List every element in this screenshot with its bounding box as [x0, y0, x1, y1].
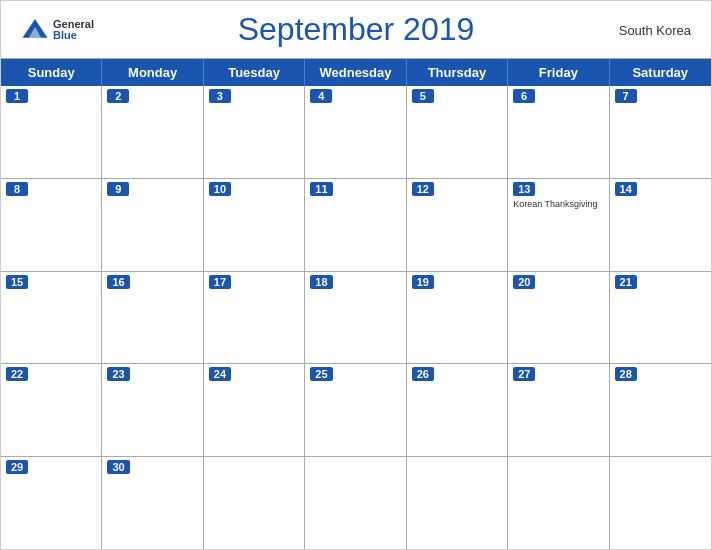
- day-sep-19: 19: [407, 272, 508, 364]
- logo-text: General Blue: [53, 19, 94, 41]
- day-sep-8: 8: [1, 179, 102, 271]
- header-sunday: Sunday: [1, 59, 102, 86]
- day-sep-22: 22: [1, 364, 102, 456]
- day-sep-1: 1: [1, 86, 102, 178]
- header-monday: Monday: [102, 59, 203, 86]
- header-friday: Friday: [508, 59, 609, 86]
- day-sep-17: 17: [204, 272, 305, 364]
- day-sep-24: 24: [204, 364, 305, 456]
- day-sep-7: 7: [610, 86, 711, 178]
- day-sep-15: 15: [1, 272, 102, 364]
- day-sep-4: 4: [305, 86, 406, 178]
- week-row-4: 22 23 24 25 26 27 28: [1, 363, 711, 456]
- week-row-1: 1 2 3 4 5 6 7: [1, 86, 711, 178]
- day-sep-18: 18: [305, 272, 406, 364]
- logo: General Blue: [21, 16, 94, 44]
- day-sep-29: 29: [1, 457, 102, 549]
- week-row-2: 8 9 10 11 12 13 Korean Thanksgiving 14: [1, 178, 711, 271]
- day-sep-20: 20: [508, 272, 609, 364]
- day-sep-13: 13 Korean Thanksgiving: [508, 179, 609, 271]
- weeks-container: 1 2 3 4 5 6 7 8 9 10 11 12 13 Korean Tha…: [1, 86, 711, 549]
- day-empty-1: [204, 457, 305, 549]
- day-empty-4: [508, 457, 609, 549]
- header-wednesday: Wednesday: [305, 59, 406, 86]
- week-row-5: 29 30: [1, 456, 711, 549]
- calendar-grid: Sunday Monday Tuesday Wednesday Thursday…: [1, 58, 711, 549]
- day-sep-28: 28: [610, 364, 711, 456]
- day-sep-6: 6: [508, 86, 609, 178]
- day-sep-9: 9: [102, 179, 203, 271]
- day-sep-21: 21: [610, 272, 711, 364]
- day-empty-2: [305, 457, 406, 549]
- day-sep-5: 5: [407, 86, 508, 178]
- month-title: September 2019: [238, 11, 475, 48]
- day-empty-5: [610, 457, 711, 549]
- day-sep-12: 12: [407, 179, 508, 271]
- day-sep-25: 25: [305, 364, 406, 456]
- day-sep-14: 14: [610, 179, 711, 271]
- day-empty-3: [407, 457, 508, 549]
- day-headers-row: Sunday Monday Tuesday Wednesday Thursday…: [1, 59, 711, 86]
- day-sep-2: 2: [102, 86, 203, 178]
- day-sep-3: 3: [204, 86, 305, 178]
- calendar-container: General Blue September 2019 South Korea …: [0, 0, 712, 550]
- week-row-3: 15 16 17 18 19 20 21: [1, 271, 711, 364]
- day-sep-27: 27: [508, 364, 609, 456]
- logo-icon: [21, 16, 49, 44]
- logo-blue-text: Blue: [53, 30, 94, 41]
- calendar-header: General Blue September 2019 South Korea: [1, 1, 711, 58]
- day-sep-16: 16: [102, 272, 203, 364]
- day-sep-26: 26: [407, 364, 508, 456]
- korean-thanksgiving-label: Korean Thanksgiving: [513, 199, 603, 211]
- header-thursday: Thursday: [407, 59, 508, 86]
- header-saturday: Saturday: [610, 59, 711, 86]
- country-label: South Korea: [619, 22, 691, 37]
- header-tuesday: Tuesday: [204, 59, 305, 86]
- day-sep-30: 30: [102, 457, 203, 549]
- day-sep-10: 10: [204, 179, 305, 271]
- day-sep-11: 11: [305, 179, 406, 271]
- day-sep-23: 23: [102, 364, 203, 456]
